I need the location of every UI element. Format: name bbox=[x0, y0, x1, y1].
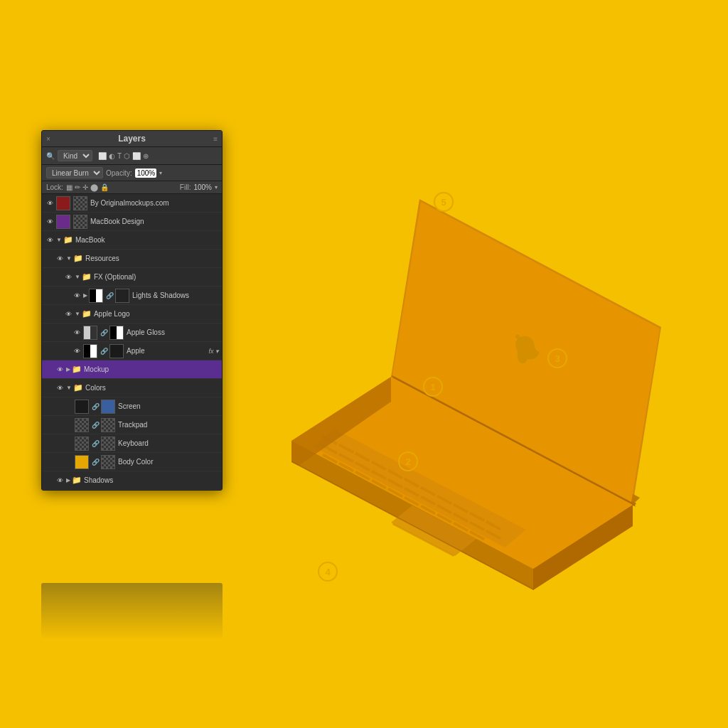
layer-row[interactable]: 👁 ▼ 📁 FX (Optional) bbox=[42, 268, 222, 287]
folder-icon: 📁 bbox=[73, 383, 83, 392]
layer-mask-thumbnail bbox=[73, 215, 87, 229]
layer-name: Mockup bbox=[84, 365, 219, 373]
blend-mode-select[interactable]: Linear Burn Normal Multiply bbox=[46, 167, 103, 178]
eye-toggle[interactable]: 👁 bbox=[55, 254, 65, 264]
layer-row[interactable]: 👁 ▼ 📁 Colors bbox=[42, 379, 222, 397]
number-circle-4: 4 bbox=[318, 562, 338, 582]
kind-select[interactable]: Kind bbox=[58, 150, 92, 161]
layer-thumbnail bbox=[83, 344, 97, 358]
layer-name: Trackpad bbox=[118, 421, 219, 429]
link-icon: 🔗 bbox=[92, 422, 100, 429]
search-icon: 🔍 bbox=[46, 152, 55, 160]
eye-toggle[interactable]: 👁 bbox=[45, 235, 55, 245]
expand-arrow-icon[interactable]: ▼ bbox=[56, 237, 62, 243]
fill-arrow: ▾ bbox=[215, 184, 218, 191]
layer-mask-thumbnail bbox=[73, 196, 87, 210]
lock-move-icon[interactable]: ✛ bbox=[82, 183, 88, 191]
opacity-value[interactable]: 100% bbox=[135, 168, 156, 178]
layer-row[interactable]: 👁 ▼ 📁 MacBook bbox=[42, 231, 222, 250]
eye-toggle[interactable]: 👁 bbox=[55, 383, 65, 393]
expand-arrow-icon[interactable]: ▶ bbox=[83, 292, 87, 299]
eye-toggle[interactable]: 👁 bbox=[45, 198, 55, 208]
panel-close-button[interactable]: × bbox=[46, 135, 50, 143]
eye-toggle[interactable]: 👁 bbox=[55, 476, 65, 486]
number-circle-3: 3 bbox=[547, 348, 567, 368]
lock-trans-icon[interactable]: ▦ bbox=[66, 183, 73, 191]
opacity-arrow: ▾ bbox=[159, 170, 162, 176]
layer-row[interactable]: 👁 ▶ 🔗 Lights & Shadows bbox=[42, 287, 222, 305]
layer-name: MacBook Design bbox=[90, 218, 219, 225]
layer-row[interactable]: 👁 🔗 Trackpad bbox=[42, 416, 222, 434]
layer-mask-thumbnail bbox=[109, 344, 124, 358]
layer-row[interactable]: 👁 🔗 Apple Gloss bbox=[42, 323, 222, 342]
eye-toggle[interactable]: 👁 bbox=[63, 309, 73, 319]
layer-mask-thumbnail bbox=[109, 326, 124, 340]
opacity-label: Opacity: bbox=[106, 169, 132, 177]
eye-toggle[interactable]: 👁 bbox=[72, 346, 82, 356]
filter-pixel-icon[interactable]: ⬜ bbox=[98, 152, 107, 160]
eye-toggle[interactable]: 👁 bbox=[55, 365, 65, 375]
fill-label: Fill: bbox=[180, 183, 191, 191]
lock-paint-icon[interactable]: ✏ bbox=[75, 183, 80, 191]
eye-toggle[interactable]: 👁 bbox=[63, 420, 73, 430]
expand-arrow-icon[interactable]: ▼ bbox=[75, 311, 80, 317]
layer-thumbnail bbox=[75, 418, 89, 432]
lock-artboard-icon[interactable]: ⬤ bbox=[90, 183, 98, 191]
expand-arrow-icon[interactable]: ▶ bbox=[66, 366, 70, 373]
layer-name: Apple Logo bbox=[94, 310, 219, 318]
link-icon: 🔗 bbox=[106, 292, 114, 299]
expand-arrow-icon[interactable]: ▶ bbox=[66, 477, 70, 483]
layer-row[interactable]: 👁 ▼ 📁 Resources bbox=[42, 250, 222, 268]
layer-name: Apple bbox=[127, 347, 205, 355]
eye-toggle[interactable]: 👁 bbox=[63, 439, 73, 449]
lock-all-icon[interactable]: 🔒 bbox=[100, 183, 109, 191]
expand-arrow-icon[interactable]: ▼ bbox=[66, 385, 72, 391]
eye-toggle[interactable]: 👁 bbox=[63, 402, 73, 412]
layer-name: Colors bbox=[85, 384, 219, 392]
link-icon: 🔗 bbox=[92, 459, 100, 466]
layer-row[interactable]: 👁 ▶ 📁 Mockup bbox=[42, 360, 222, 379]
filter-text-icon[interactable]: T bbox=[117, 152, 122, 160]
layer-name: Body Color bbox=[118, 458, 219, 466]
eye-toggle[interactable]: 👁 bbox=[45, 217, 55, 227]
layer-mask-thumbnail bbox=[101, 400, 115, 414]
lock-icons: ▦ ✏ ✛ ⬤ 🔒 bbox=[66, 183, 109, 191]
layer-name: Apple Gloss bbox=[127, 328, 219, 336]
folder-icon: 📁 bbox=[82, 272, 92, 282]
filter-shape-icon[interactable]: ⬡ bbox=[124, 152, 130, 160]
lock-label: Lock: bbox=[46, 183, 63, 191]
layer-name: Screen bbox=[118, 402, 219, 410]
filter-adjust-icon[interactable]: ◐ bbox=[109, 152, 115, 160]
layer-row[interactable]: 👁 MacBook Design bbox=[42, 213, 222, 231]
layer-row[interactable]: 👁 ▼ 📁 Apple Logo bbox=[42, 305, 222, 323]
layer-row[interactable]: 👁 🔗 Screen bbox=[42, 397, 222, 416]
blend-mode-row: Linear Burn Normal Multiply Opacity: 100… bbox=[42, 165, 222, 181]
lock-row: Lock: ▦ ✏ ✛ ⬤ 🔒 Fill: 100% ▾ bbox=[42, 181, 222, 194]
fx-badge: fx ▾ bbox=[208, 348, 219, 355]
layer-row[interactable]: 👁 By Originalmockups.com bbox=[42, 194, 222, 213]
eye-toggle[interactable]: 👁 bbox=[63, 272, 73, 282]
eye-toggle[interactable]: 👁 bbox=[72, 291, 82, 301]
eye-toggle[interactable]: 👁 bbox=[72, 328, 82, 338]
search-row: 🔍 Kind ⬜ ◐ T ⬡ ⬜ ⊕ bbox=[42, 147, 222, 165]
filter-extra-icon[interactable]: ⊕ bbox=[143, 152, 149, 160]
layer-row[interactable]: 👁 🔗 Keyboard bbox=[42, 434, 222, 453]
link-icon: 🔗 bbox=[100, 329, 108, 336]
folder-icon: 📁 bbox=[72, 476, 82, 485]
layer-row[interactable]: 👁 🔗 Body Color bbox=[42, 453, 222, 471]
fill-value[interactable]: 100% bbox=[193, 183, 212, 191]
link-icon: 🔗 bbox=[92, 403, 100, 410]
layer-row[interactable]: 👁 🔗 Apple fx ▾ bbox=[42, 342, 222, 360]
expand-arrow-icon[interactable]: ▼ bbox=[75, 274, 80, 280]
number-circle-2: 2 bbox=[398, 451, 418, 471]
link-icon: 🔗 bbox=[92, 440, 100, 447]
layer-name: Shadows bbox=[84, 476, 219, 484]
layer-row[interactable]: 👁 ▶ 📁 Shadows bbox=[42, 471, 222, 490]
layer-thumbnail bbox=[75, 400, 89, 414]
panel-reflection bbox=[41, 583, 223, 640]
panel-menu-icon[interactable]: ≡ bbox=[213, 135, 218, 143]
filter-smartobj-icon[interactable]: ⬜ bbox=[132, 152, 141, 160]
layer-name: FX (Optional) bbox=[94, 273, 219, 281]
expand-arrow-icon[interactable]: ▼ bbox=[66, 255, 72, 262]
eye-toggle[interactable]: 👁 bbox=[63, 457, 73, 467]
